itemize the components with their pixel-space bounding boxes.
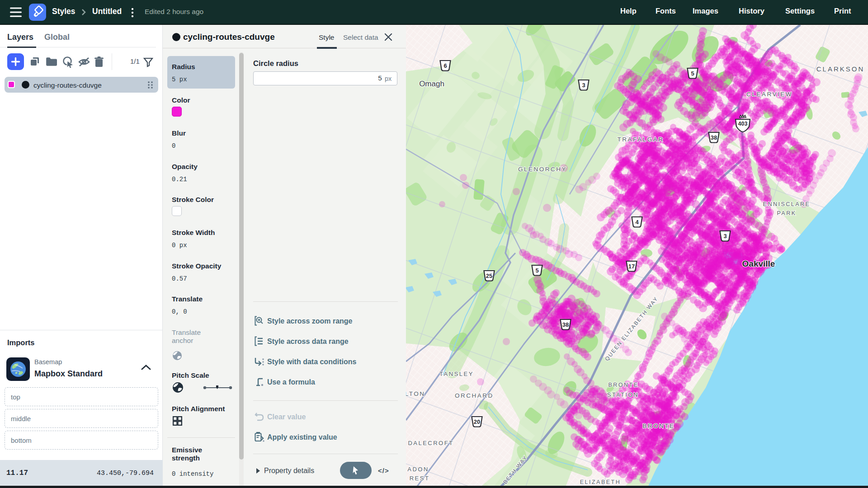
svg-text:REST: REST <box>410 475 430 482</box>
svg-text:3: 3 <box>723 233 726 239</box>
svg-text:5: 5 <box>535 267 538 274</box>
svg-text:ENNISCLARE: ENNISCLARE <box>763 201 811 207</box>
svg-text:3: 3 <box>582 82 585 89</box>
svg-text:CLARKSON: CLARKSON <box>816 65 865 73</box>
svg-text:38: 38 <box>562 321 569 328</box>
svg-text:TANSLEY: TANSLEY <box>439 371 474 377</box>
svg-text:25: 25 <box>486 272 492 279</box>
svg-text:ADON: ADON <box>407 466 429 473</box>
svg-text:GLENORCHY: GLENORCHY <box>518 166 567 173</box>
svg-text:17: 17 <box>628 263 635 270</box>
svg-text:4: 4 <box>635 219 639 225</box>
svg-text:6: 6 <box>443 62 447 69</box>
svg-text:38: 38 <box>711 134 717 141</box>
svg-text:BRONTE: BRONTE <box>642 422 675 429</box>
svg-text:STATION: STATION <box>607 392 639 398</box>
svg-text:DALECROFT: DALECROFT <box>408 440 453 446</box>
svg-text:CLEARVIEW: CLEARVIEW <box>746 91 793 98</box>
svg-text:ELIZABETH: ELIZABETH <box>580 479 621 485</box>
svg-text:TRAFALGAR: TRAFALGAR <box>618 136 664 143</box>
svg-text:20: 20 <box>474 418 480 425</box>
svg-text:LTON: LTON <box>406 390 425 397</box>
svg-text:PARK: PARK <box>777 210 796 216</box>
svg-text:BRONTE: BRONTE <box>608 382 638 388</box>
svg-text:Oakville: Oakville <box>742 259 775 268</box>
svg-text:403: 403 <box>738 121 748 127</box>
svg-text:5: 5 <box>691 70 694 77</box>
svg-text:Omagh: Omagh <box>419 80 444 88</box>
svg-text:ORCHARD: ORCHARD <box>455 392 494 399</box>
